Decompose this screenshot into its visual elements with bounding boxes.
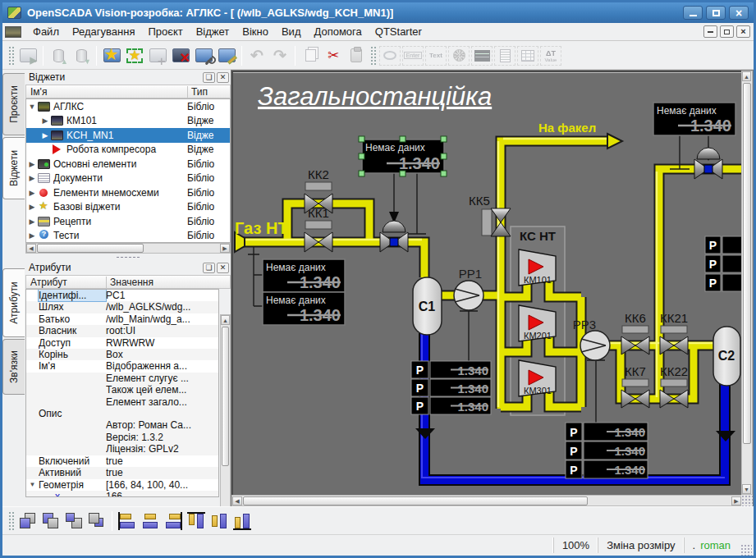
compressor-km101[interactable]: КМ101 (519, 249, 556, 286)
tree-row[interactable]: Робота компресора Відже (26, 143, 230, 158)
attribute-name[interactable]: Ідентифі... (39, 290, 106, 301)
attribute-name[interactable]: Корінь (39, 349, 106, 360)
add-widget-icon[interactable]: ＋ (146, 44, 169, 67)
attribute-value[interactable]: true (106, 467, 218, 478)
canvas-scroll-down-icon[interactable]: ▼ (742, 484, 751, 494)
tree-row[interactable]: ▶ KCH_MN1 Відже (26, 128, 230, 143)
load-icon[interactable]: ▲ (47, 44, 70, 67)
attr-expander-icon[interactable]: ▼ (26, 479, 39, 491)
attributes-close-icon[interactable]: ✕ (217, 263, 229, 273)
expander-icon[interactable]: ▶ (26, 217, 38, 226)
attribute-value[interactable]: Box (106, 349, 218, 360)
expander-icon[interactable]: ▶ (26, 231, 38, 240)
canvas-scroll-left-icon[interactable]: ◀ (232, 496, 242, 505)
attribute-value[interactable]: 166 (106, 491, 218, 497)
arrange-drag-handle[interactable] (8, 511, 14, 531)
menu-qtstarter[interactable]: QTStarter (369, 24, 428, 39)
shape-figure-icon[interactable] (378, 44, 401, 67)
col-value[interactable]: Значення (106, 277, 230, 288)
tab-links[interactable]: Зв'язки (2, 339, 25, 395)
attr-column-header[interactable]: Атрибут Значення (25, 275, 231, 289)
col-attr[interactable]: Атрибут (26, 277, 106, 288)
attribute-name[interactable]: Активний (39, 467, 106, 478)
tree-row[interactable]: ▶ Базові віджети Бібліо (26, 200, 230, 215)
canvas-scroll-right-icon[interactable]: ▶ (731, 496, 741, 505)
attribute-value[interactable]: root:UI (106, 325, 218, 336)
resize-grip[interactable] (740, 544, 752, 556)
raise-top-icon[interactable] (16, 510, 39, 533)
tree-row[interactable]: ▼ АГЛКС Бібліо (26, 99, 230, 114)
vessel-c2[interactable]: C2 (713, 327, 740, 386)
expander-icon[interactable]: ▼ (26, 103, 38, 111)
attribute-value[interactable]: Елемент слугує ... Також цей елем... Еле… (106, 373, 218, 455)
undo-icon[interactable]: ↶ (245, 44, 268, 67)
paste-icon[interactable] (345, 44, 368, 67)
attribute-name[interactable]: Ім'я (39, 360, 106, 372)
tree-hscrollbar[interactable]: ◀ ▶ (25, 243, 231, 254)
attribute-row[interactable]: Власник root:UI (26, 325, 218, 336)
col-type[interactable]: Тип (187, 86, 230, 98)
attribute-value[interactable]: /wlb_AGLKS/wdg... (106, 301, 218, 313)
mdi-close-button[interactable]: × (736, 25, 750, 38)
attribute-value[interactable]: /wlb_Main/wdg_a... (106, 313, 218, 325)
media-element-icon[interactable] (447, 44, 470, 67)
menu-edit[interactable]: Редагування (66, 24, 142, 39)
redo-icon[interactable]: ↷ (268, 44, 291, 67)
form-enter-icon[interactable]: Enter (401, 44, 424, 67)
new-widget-icon[interactable]: ★ (100, 44, 123, 67)
table-element-icon[interactable] (516, 44, 539, 67)
menu-widget[interactable]: Віджет (190, 24, 236, 39)
widgets-close-icon[interactable]: ✕ (217, 72, 229, 83)
attribute-name[interactable]: Опис (39, 408, 106, 419)
attribute-row[interactable]: Доступ RWRWRW (26, 337, 218, 349)
attribute-name[interactable]: Включений (39, 455, 106, 467)
canvas-vscroll-thumb[interactable] (743, 83, 751, 444)
expander-icon[interactable]: ▶ (26, 160, 38, 168)
save-icon[interactable]: ▼ (70, 44, 93, 67)
tab-widgets[interactable]: Віджети (2, 137, 25, 199)
pressure-group-c1[interactable]: P 1.340 P 1.340 P 1.340 (411, 361, 491, 414)
toolbar-drag-handle[interactable] (8, 46, 14, 66)
compressor-km201[interactable]: КМ201 (519, 305, 556, 341)
copy-icon[interactable] (299, 44, 322, 67)
scroll-up-icon[interactable]: ▲ (221, 315, 230, 325)
data-box-left-1[interactable]: Немає даних 1.340 (263, 259, 345, 292)
vessel-c1[interactable]: C1 (413, 277, 442, 335)
align-bottom-icon[interactable] (231, 510, 254, 533)
menu-file[interactable]: Файл (26, 24, 66, 39)
attr-vscroll-thumb[interactable] (222, 327, 229, 466)
align-vcenter-icon[interactable] (208, 510, 231, 533)
align-left-icon[interactable] (116, 510, 139, 533)
attribute-name[interactable]: Шлях (39, 301, 106, 313)
compressor-km301[interactable]: КМ301 (519, 360, 556, 396)
attribute-row[interactable]: Ім'я Відображення а... (26, 360, 218, 372)
widgets-float-icon[interactable]: ❏ (203, 72, 215, 83)
maximize-button[interactable] (706, 6, 726, 20)
pressure-group-right[interactable]: P P P (705, 236, 744, 291)
attribute-name[interactable]: Власник (39, 325, 106, 336)
expander-icon[interactable]: ▶ (26, 203, 38, 211)
canvas-scroll-up-icon[interactable]: ▲ (742, 71, 751, 81)
tree-row[interactable]: ▶ Рецепти Бібліо (26, 214, 230, 229)
attribute-row[interactable]: Опис Елемент слугує ... Також цей елем..… (26, 373, 218, 455)
text-element-icon[interactable]: Text (424, 44, 447, 67)
lower-bottom-icon[interactable] (39, 510, 62, 533)
col-name[interactable]: Ім'я (26, 86, 187, 98)
diagram-element-icon[interactable] (470, 44, 493, 67)
attribute-value[interactable]: Відображення а... (106, 360, 218, 372)
attr-vscrollbar[interactable]: ▲ ▼ (220, 314, 231, 523)
data-box-left-2[interactable]: Немає даних 1.340 (263, 292, 345, 325)
canvas-vscrollbar[interactable]: ▲ ▼ (741, 71, 753, 495)
align-hcenter-icon[interactable] (139, 510, 162, 533)
tree-row[interactable]: ▶ Тести Бібліо (26, 229, 230, 244)
new-library-icon[interactable]: ★ (123, 44, 146, 67)
attribute-row[interactable]: Корінь Box (26, 349, 218, 360)
align-right-icon[interactable] (162, 510, 185, 533)
attribute-name[interactable]: Геометрія (39, 479, 106, 491)
attribute-row[interactable]: Ідентифі... PC1 (26, 290, 218, 301)
attribute-row[interactable]: Шлях /wlb_AGLKS/wdg... (26, 301, 218, 313)
attribute-value[interactable]: PC1 (106, 290, 218, 301)
tree-row[interactable]: ▶ Документи Бібліо (26, 172, 230, 186)
mnemoscheme-scene[interactable]: Загальностанційка Газ НТ На факел КС НТ … (233, 72, 744, 495)
attribute-value[interactable]: [166, 84, 100, 40... (106, 479, 218, 491)
